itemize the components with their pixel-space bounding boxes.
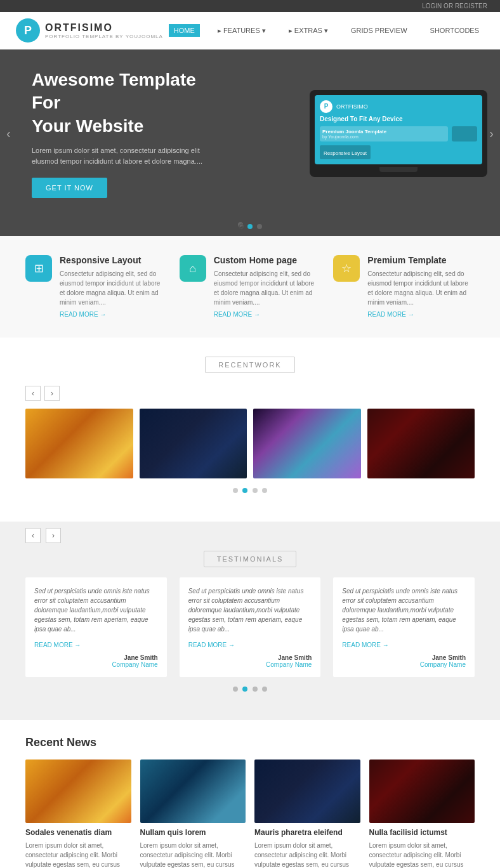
- logo-icon: P: [16, 18, 40, 43]
- testimonials-label: TESTIMONIALS: [204, 551, 297, 567]
- nav-item-extras[interactable]: ▸ EXTRAS: [284, 24, 333, 37]
- login-register-link[interactable]: LOGIN OR REGISTER: [422, 3, 487, 10]
- testimonials-prev-button[interactable]: ‹: [25, 528, 41, 543]
- logo-name: ORTFISIMO: [45, 22, 163, 34]
- news-title-1: Sodales venenatis diam: [25, 828, 131, 837]
- monitor-content: P ORTFISIMO Designed To Fit Any Device P…: [315, 95, 482, 164]
- test-dot-4[interactable]: [262, 687, 267, 692]
- hero-section: ‹ Awesome TemplateForYour Website Lorem …: [0, 49, 500, 217]
- gallery-dot-1[interactable]: [233, 488, 238, 493]
- nav-item-shortcodes[interactable]: SHORTCODES: [425, 24, 484, 37]
- hero-content: Awesome TemplateForYour Website Lorem ip…: [0, 49, 297, 217]
- nav-item-grids[interactable]: GRIDS PREVIEW: [346, 24, 412, 37]
- gallery-item-2[interactable]: [140, 409, 247, 478]
- feature-icon-premium: ☆: [333, 255, 360, 282]
- feature-item-3: ☆ Premium Template Consectetur adipiscin…: [333, 255, 475, 319]
- news-card-3: Mauris pharetra eleifend Lorem ipsum dol…: [254, 760, 360, 868]
- testimonial-author-2: Jane Smith: [188, 654, 312, 661]
- gallery-item-1[interactable]: [25, 409, 133, 478]
- gallery-item-4[interactable]: [367, 409, 475, 478]
- testimonial-read-more-1[interactable]: READ MORE →: [34, 641, 81, 648]
- testimonial-company-1: Company Name: [34, 661, 158, 668]
- gallery-next-button[interactable]: ›: [44, 386, 60, 401]
- feature-title-3: Premium Template: [367, 255, 475, 265]
- testimonial-text-2: Sed ut perspiciatis unde omnis iste natu…: [188, 586, 312, 634]
- nav-item-features[interactable]: ▸ FEATURES: [213, 24, 271, 37]
- testimonial-author-3: Jane Smith: [342, 654, 466, 661]
- monitor-logo-text: ORTFISIMO: [336, 103, 368, 110]
- testimonials-title: TESTIMONIALS: [25, 551, 475, 577]
- gallery-prev-button[interactable]: ‹: [25, 386, 41, 401]
- recent-work-title: RECENTWORK: [25, 344, 475, 386]
- testimonial-read-more-3[interactable]: READ MORE →: [342, 641, 388, 648]
- feature-item-1: ⊞ Responsive Layout Consectetur adipisci…: [25, 255, 167, 319]
- logo-sub: PORTFOLIO TEMPLATE BY YOUJOOMLA: [45, 34, 163, 39]
- gallery-nav: ‹ ›: [25, 386, 475, 401]
- feature-content-2: Custom Home page Consectetur adipiscing …: [214, 255, 321, 319]
- testimonials-grid: Sed ut perspiciatis unde omnis iste natu…: [25, 577, 475, 677]
- hero-title: Awesome TemplateForYour Website: [32, 69, 265, 138]
- feature-content-1: Responsive Layout Consectetur adipiscing…: [60, 255, 167, 319]
- test-dot-3[interactable]: [253, 687, 258, 692]
- gallery-item-3[interactable]: [253, 409, 361, 478]
- news-card-4: Nulla facilisid ictumst Lorem ipsum dolo…: [369, 760, 475, 868]
- nav-item-home[interactable]: HOME: [169, 24, 200, 37]
- hero-cta-button[interactable]: GET IT NOW: [32, 178, 107, 198]
- news-desc-2: Lorem ipsum dolor sit amet, consectetur …: [140, 841, 246, 868]
- testimonials-dots: [25, 677, 475, 701]
- feature-icon-homepage: ⌂: [180, 255, 206, 282]
- gallery-dot-3[interactable]: [253, 488, 258, 493]
- news-card-2: Nullam quis lorem Lorem ipsum dolor sit …: [140, 760, 246, 868]
- features-grid: ⊞ Responsive Layout Consectetur adipisci…: [25, 255, 475, 319]
- hero-dots: ⚙: [0, 217, 500, 236]
- monitor-cta: Responsive Layout: [320, 145, 371, 159]
- testimonial-company-3: Company Name: [342, 661, 466, 668]
- feature-title-2: Custom Home page: [214, 255, 321, 265]
- news-title-4: Nulla facilisid ictumst: [369, 828, 475, 837]
- monitor-title: Designed To Fit Any Device: [320, 115, 477, 122]
- news-grid: Sodales venenatis diam Lorem ipsum dolor…: [25, 760, 475, 868]
- feature-title-1: Responsive Layout: [60, 255, 167, 265]
- testimonial-card-1: Sed ut perspiciatis unde omnis iste natu…: [25, 577, 167, 677]
- logo: P ORTFISIMO PORTFOLIO TEMPLATE BY YOUJOO…: [16, 18, 163, 43]
- test-dot-1[interactable]: [233, 687, 238, 692]
- testimonials-header: ‹ ›: [25, 528, 475, 543]
- hero-monitor: P ORTFISIMO Designed To Fit Any Device P…: [310, 90, 487, 177]
- news-desc-1: Lorem ipsum dolor sit amet, consectetur …: [25, 841, 131, 868]
- feature-read-more-2[interactable]: READ MORE →: [214, 311, 260, 318]
- feature-content-3: Premium Template Consectetur adipiscing …: [367, 255, 475, 319]
- testimonials-next-button[interactable]: ›: [46, 528, 61, 543]
- news-image-2: [140, 760, 246, 823]
- testimonial-card-2: Sed ut perspiciatis unde omnis iste natu…: [180, 577, 321, 677]
- main-nav: HOME ▸ FEATURES ▸ EXTRAS GRIDS PREVIEW S…: [169, 24, 484, 37]
- hero-dot-1[interactable]: [247, 224, 253, 229]
- feature-read-more-1[interactable]: READ MORE →: [60, 311, 106, 318]
- gallery-dot-4[interactable]: [262, 488, 267, 493]
- hero-prev-arrow[interactable]: ‹: [6, 126, 11, 141]
- feature-desc-1: Consectetur adipiscing elit, sed do eius…: [60, 269, 167, 307]
- feature-read-more-3[interactable]: READ MORE →: [367, 311, 414, 318]
- gallery-dot-2[interactable]: [242, 488, 247, 493]
- logo-text-block: ORTFISIMO PORTFOLIO TEMPLATE BY YOUJOOML…: [45, 22, 163, 39]
- monitor-base: [379, 167, 418, 172]
- monitor-screen: P ORTFISIMO Designed To Fit Any Device P…: [315, 95, 482, 164]
- hero-dot-2[interactable]: [257, 224, 262, 229]
- recent-work-section: RECENTWORK ‹ ›: [0, 338, 500, 522]
- testimonial-card-3: Sed ut perspiciatis unde omnis iste natu…: [333, 577, 475, 677]
- news-image-4: [369, 760, 475, 823]
- feature-desc-3: Consectetur adipiscing elit, sed do eius…: [367, 269, 475, 307]
- testimonial-read-more-2[interactable]: READ MORE →: [188, 641, 235, 648]
- news-desc-3: Lorem ipsum dolor sit amet, consectetur …: [254, 841, 360, 868]
- recent-work-label: RECENTWORK: [205, 357, 294, 373]
- recent-news-section: Recent News Sodales venenatis diam Lorem…: [0, 720, 500, 868]
- news-card-1: Sodales venenatis diam Lorem ipsum dolor…: [25, 760, 131, 868]
- hero-next-arrow[interactable]: ›: [489, 126, 494, 141]
- gallery-dots: [25, 478, 475, 503]
- testimonial-company-2: Company Name: [188, 661, 312, 668]
- hero-monitor-container: P ORTFISIMO Designed To Fit Any Device P…: [297, 77, 500, 190]
- test-dot-2[interactable]: [242, 687, 247, 692]
- testimonial-text-1: Sed ut perspiciatis unde omnis iste natu…: [34, 586, 158, 634]
- news-image-3: [254, 760, 360, 823]
- features-section: ⊞ Responsive Layout Consectetur adipisci…: [0, 236, 500, 338]
- feature-desc-2: Consectetur adipiscing elit, sed do eius…: [214, 269, 321, 307]
